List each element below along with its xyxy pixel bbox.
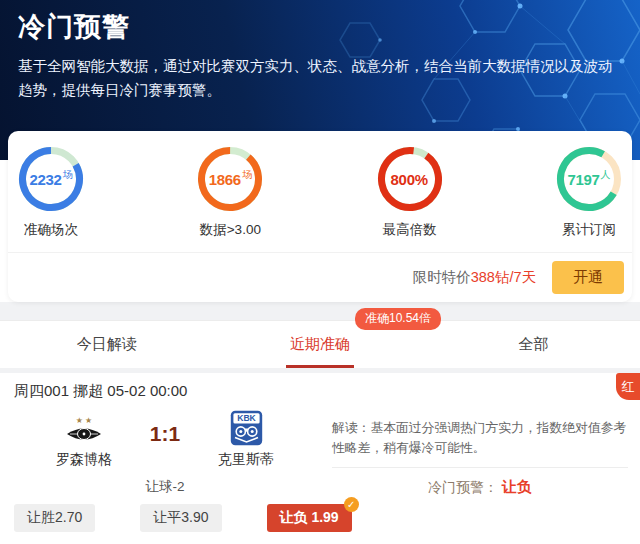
away-team: KBK 克里斯蒂 [198, 410, 294, 469]
stat-value: 800% [391, 171, 428, 188]
away-team-name: 克里斯蒂 [198, 451, 294, 469]
svg-text:★ ★: ★ ★ [76, 416, 93, 425]
upset-warning-value: 让负 [502, 478, 532, 495]
stat-unit: 人 [601, 168, 611, 182]
home-team-name: 罗森博格 [36, 451, 132, 469]
odds-pill-handicap-lose-selected[interactable]: 让负 1.99 ✓ [267, 504, 352, 532]
stat-label: 数据>3.00 [187, 221, 273, 239]
checkmark-icon: ✓ [344, 497, 359, 512]
upset-warning: 冷门预警： 让负 [332, 478, 628, 497]
odds-row: 让胜2.70 让平3.90 让负 1.99 ✓ [0, 504, 640, 532]
match-header: 周四001 挪超 05-02 00:00 [0, 373, 640, 401]
stats-card: 2232场 准确场次 1866场 数据>3.00 800% [8, 131, 632, 302]
stat-unit: 场 [63, 168, 73, 182]
subscribe-button[interactable]: 开通 [552, 261, 624, 294]
stat-label: 累计订阅 [546, 221, 632, 239]
stats-row: 2232场 准确场次 1866场 数据>3.00 800% [8, 131, 632, 252]
odds-pill-handicap-draw[interactable]: 让平3.90 [140, 504, 221, 532]
match-analysis-panel: 解读：基本面过分强调热门方实力，指数绝对值参考性略差，稍有爆冷可能性。 冷门预警… [330, 406, 640, 497]
page-title: 冷门预警 [18, 9, 622, 45]
match-card[interactable]: 红 周四001 挪超 05-02 00:00 ★ ★ [0, 373, 640, 544]
tab-bar: 准确10.54倍 今日解读 近期准确 全部 [0, 320, 640, 368]
odds-label: 让负 1.99 [280, 509, 339, 525]
away-team-logo: KBK [198, 410, 294, 446]
match-score: 1:1 [132, 410, 198, 469]
upset-warning-label: 冷门预警： [428, 479, 498, 495]
stat-data-over-3: 1866场 数据>3.00 [187, 146, 273, 239]
price-value: 388钻/7天 [471, 268, 536, 287]
analysis-label: 解读： [332, 420, 370, 435]
match-teams-panel: ★ ★ 罗森博格 1:1 [0, 406, 330, 497]
stat-accurate-matches: 2232场 准确场次 [8, 146, 94, 239]
stat-max-multiplier: 800% 最高倍数 [367, 146, 453, 239]
active-tab-underline [286, 365, 354, 368]
stat-value: 2232 [29, 171, 61, 188]
result-tag-red: 红 [616, 373, 640, 400]
section-gap [0, 302, 640, 320]
kbk-crest-icon: KBK [230, 410, 263, 446]
stat-value: 7197 [567, 171, 599, 188]
stat-label: 准确场次 [8, 221, 94, 239]
accuracy-badge: 准确10.54倍 [355, 308, 441, 330]
stat-label: 最高倍数 [367, 221, 453, 239]
analysis-text: 解读：基本面过分强调热门方实力，指数绝对值参考性略差，稍有爆冷可能性。 [332, 418, 628, 458]
home-team-logo: ★ ★ [36, 410, 132, 446]
home-team: ★ ★ 罗森博格 [36, 410, 132, 469]
tab-today-analysis[interactable]: 今日解读 [0, 321, 213, 368]
stat-total-subscribers: 7197人 累计订阅 [546, 146, 632, 239]
tab-label: 近期准确 [290, 335, 350, 354]
page-description: 基于全网智能大数据，通过对比赛双方实力、状态、战意分析，结合当前大数据情况以及波… [18, 54, 622, 102]
stat-unit: 场 [242, 168, 252, 182]
divider [332, 467, 628, 468]
price-prefix-label: 限时特价 [413, 268, 471, 287]
tab-all[interactable]: 全部 [427, 321, 640, 368]
stat-value: 1866 [209, 171, 241, 188]
rosenborg-crest-icon: ★ ★ [64, 414, 104, 446]
svg-text:KBK: KBK [237, 413, 256, 423]
handicap-label: 让球-2 [0, 478, 330, 496]
subscribe-row: 限时特价 388钻/7天 开通 [8, 252, 632, 302]
odds-pill-handicap-win[interactable]: 让胜2.70 [14, 504, 95, 532]
